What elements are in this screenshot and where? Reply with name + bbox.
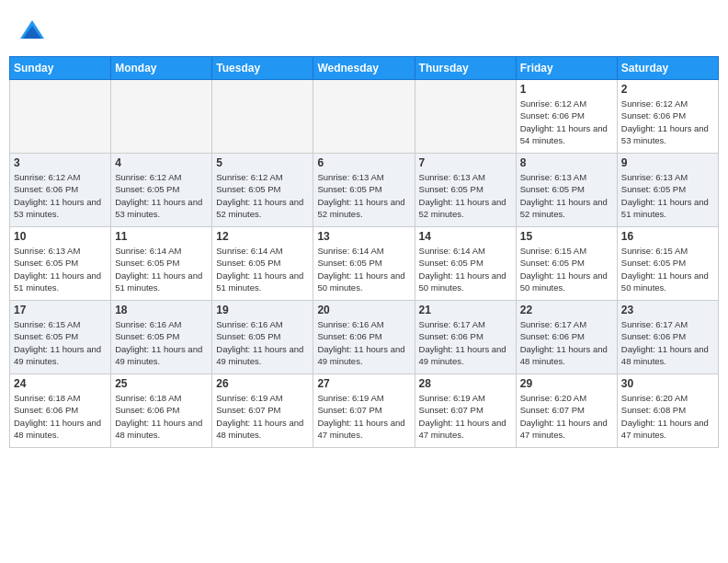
day-info: Sunrise: 6:13 AMSunset: 6:05 PMDaylight:… xyxy=(14,245,107,293)
calendar-day-cell: 22Sunrise: 6:17 AMSunset: 6:06 PMDayligh… xyxy=(516,301,617,374)
day-info: Sunrise: 6:14 AMSunset: 6:05 PMDaylight:… xyxy=(115,245,208,293)
calendar-day-header: Thursday xyxy=(415,57,516,80)
day-number: 14 xyxy=(419,230,512,243)
day-number: 22 xyxy=(520,304,613,316)
calendar-day-cell: 5Sunrise: 6:12 AMSunset: 6:05 PMDaylight… xyxy=(212,154,313,227)
day-info: Sunrise: 6:12 AMSunset: 6:05 PMDaylight:… xyxy=(115,171,208,220)
day-number: 13 xyxy=(317,230,410,243)
day-number: 6 xyxy=(317,156,410,169)
calendar-day-cell: 13Sunrise: 6:14 AMSunset: 6:05 PMDayligh… xyxy=(313,227,415,301)
day-number: 21 xyxy=(419,304,512,316)
day-number: 9 xyxy=(621,156,714,169)
calendar-day-cell: 29Sunrise: 6:20 AMSunset: 6:07 PMDayligh… xyxy=(516,374,617,448)
day-number: 20 xyxy=(317,304,410,316)
calendar-day-cell: 23Sunrise: 6:17 AMSunset: 6:06 PMDayligh… xyxy=(617,301,718,374)
day-number: 8 xyxy=(520,156,613,169)
calendar-day-cell: 8Sunrise: 6:13 AMSunset: 6:05 PMDaylight… xyxy=(516,154,617,227)
day-info: Sunrise: 6:18 AMSunset: 6:06 PMDaylight:… xyxy=(115,392,208,441)
day-number: 4 xyxy=(115,156,208,169)
calendar-day-cell: 30Sunrise: 6:20 AMSunset: 6:08 PMDayligh… xyxy=(617,374,718,448)
day-info: Sunrise: 6:13 AMSunset: 6:05 PMDaylight:… xyxy=(419,171,512,220)
day-info: Sunrise: 6:16 AMSunset: 6:05 PMDaylight:… xyxy=(216,318,309,367)
calendar-day-header: Tuesday xyxy=(212,57,313,80)
calendar-week-row: 10Sunrise: 6:13 AMSunset: 6:05 PMDayligh… xyxy=(10,227,719,301)
day-info: Sunrise: 6:16 AMSunset: 6:05 PMDaylight:… xyxy=(115,318,208,367)
calendar-day-cell: 20Sunrise: 6:16 AMSunset: 6:06 PMDayligh… xyxy=(313,301,415,374)
calendar-day-cell: 19Sunrise: 6:16 AMSunset: 6:05 PMDayligh… xyxy=(212,301,313,374)
logo xyxy=(18,18,50,46)
day-number: 18 xyxy=(115,304,208,316)
calendar-day-cell: 9Sunrise: 6:13 AMSunset: 6:05 PMDaylight… xyxy=(617,154,718,227)
day-info: Sunrise: 6:18 AMSunset: 6:06 PMDaylight:… xyxy=(14,392,107,441)
day-info: Sunrise: 6:20 AMSunset: 6:08 PMDaylight:… xyxy=(621,392,714,441)
day-number: 10 xyxy=(14,230,107,243)
calendar-day-cell xyxy=(313,80,415,154)
day-info: Sunrise: 6:13 AMSunset: 6:05 PMDaylight:… xyxy=(520,171,613,220)
day-info: Sunrise: 6:14 AMSunset: 6:05 PMDaylight:… xyxy=(216,245,309,293)
day-info: Sunrise: 6:20 AMSunset: 6:07 PMDaylight:… xyxy=(520,392,613,441)
day-info: Sunrise: 6:12 AMSunset: 6:06 PMDaylight:… xyxy=(520,98,613,146)
calendar-week-row: 3Sunrise: 6:12 AMSunset: 6:06 PMDaylight… xyxy=(10,154,719,227)
day-number: 11 xyxy=(115,230,208,243)
calendar-day-header: Monday xyxy=(111,57,212,80)
day-number: 7 xyxy=(419,156,512,169)
calendar-day-cell: 16Sunrise: 6:15 AMSunset: 6:05 PMDayligh… xyxy=(617,227,718,301)
calendar-day-cell: 1Sunrise: 6:12 AMSunset: 6:06 PMDaylight… xyxy=(516,80,617,154)
day-number: 24 xyxy=(14,377,107,390)
calendar-day-header: Saturday xyxy=(617,57,718,80)
calendar-day-cell: 21Sunrise: 6:17 AMSunset: 6:06 PMDayligh… xyxy=(415,301,516,374)
day-number: 23 xyxy=(621,304,714,316)
day-info: Sunrise: 6:17 AMSunset: 6:06 PMDaylight:… xyxy=(419,318,512,367)
calendar-day-cell: 10Sunrise: 6:13 AMSunset: 6:05 PMDayligh… xyxy=(10,227,111,301)
calendar-day-cell: 11Sunrise: 6:14 AMSunset: 6:05 PMDayligh… xyxy=(111,227,212,301)
day-info: Sunrise: 6:19 AMSunset: 6:07 PMDaylight:… xyxy=(419,392,512,441)
day-number: 28 xyxy=(419,377,512,390)
calendar-day-cell xyxy=(10,80,111,154)
calendar-day-cell: 3Sunrise: 6:12 AMSunset: 6:06 PMDaylight… xyxy=(10,154,111,227)
calendar-day-cell: 7Sunrise: 6:13 AMSunset: 6:05 PMDaylight… xyxy=(415,154,516,227)
calendar-day-header: Wednesday xyxy=(313,57,415,80)
day-number: 27 xyxy=(317,377,410,390)
day-number: 2 xyxy=(621,83,714,96)
day-info: Sunrise: 6:12 AMSunset: 6:06 PMDaylight:… xyxy=(14,171,107,220)
calendar-day-cell: 2Sunrise: 6:12 AMSunset: 6:06 PMDaylight… xyxy=(617,80,718,154)
day-number: 12 xyxy=(216,230,309,243)
day-info: Sunrise: 6:17 AMSunset: 6:06 PMDaylight:… xyxy=(520,318,613,367)
day-number: 26 xyxy=(216,377,309,390)
day-number: 1 xyxy=(520,83,613,96)
day-info: Sunrise: 6:19 AMSunset: 6:07 PMDaylight:… xyxy=(317,392,410,441)
calendar-week-row: 24Sunrise: 6:18 AMSunset: 6:06 PMDayligh… xyxy=(10,374,719,448)
logo-icon xyxy=(18,18,46,46)
calendar-day-cell: 26Sunrise: 6:19 AMSunset: 6:07 PMDayligh… xyxy=(212,374,313,448)
day-number: 29 xyxy=(520,377,613,390)
calendar-header-row: SundayMondayTuesdayWednesdayThursdayFrid… xyxy=(10,57,719,80)
day-info: Sunrise: 6:17 AMSunset: 6:06 PMDaylight:… xyxy=(621,318,714,367)
calendar-week-row: 17Sunrise: 6:15 AMSunset: 6:05 PMDayligh… xyxy=(10,301,719,374)
page-header xyxy=(9,9,719,51)
day-number: 5 xyxy=(216,156,309,169)
day-number: 16 xyxy=(621,230,714,243)
day-info: Sunrise: 6:16 AMSunset: 6:06 PMDaylight:… xyxy=(317,318,410,367)
calendar-day-cell xyxy=(212,80,313,154)
calendar-day-cell: 25Sunrise: 6:18 AMSunset: 6:06 PMDayligh… xyxy=(111,374,212,448)
day-number: 25 xyxy=(115,377,208,390)
calendar-day-cell: 4Sunrise: 6:12 AMSunset: 6:05 PMDaylight… xyxy=(111,154,212,227)
day-info: Sunrise: 6:15 AMSunset: 6:05 PMDaylight:… xyxy=(621,245,714,293)
day-info: Sunrise: 6:12 AMSunset: 6:05 PMDaylight:… xyxy=(216,171,309,220)
calendar-day-cell: 27Sunrise: 6:19 AMSunset: 6:07 PMDayligh… xyxy=(313,374,415,448)
calendar-day-header: Friday xyxy=(516,57,617,80)
calendar-day-cell xyxy=(111,80,212,154)
day-number: 3 xyxy=(14,156,107,169)
day-info: Sunrise: 6:14 AMSunset: 6:05 PMDaylight:… xyxy=(317,245,410,293)
calendar-day-cell: 24Sunrise: 6:18 AMSunset: 6:06 PMDayligh… xyxy=(10,374,111,448)
calendar-day-cell: 14Sunrise: 6:14 AMSunset: 6:05 PMDayligh… xyxy=(415,227,516,301)
calendar-day-cell: 17Sunrise: 6:15 AMSunset: 6:05 PMDayligh… xyxy=(10,301,111,374)
calendar-day-cell: 6Sunrise: 6:13 AMSunset: 6:05 PMDaylight… xyxy=(313,154,415,227)
day-number: 15 xyxy=(520,230,613,243)
calendar: SundayMondayTuesdayWednesdayThursdayFrid… xyxy=(9,56,719,448)
day-number: 30 xyxy=(621,377,714,390)
calendar-day-cell: 12Sunrise: 6:14 AMSunset: 6:05 PMDayligh… xyxy=(212,227,313,301)
day-info: Sunrise: 6:15 AMSunset: 6:05 PMDaylight:… xyxy=(14,318,107,367)
calendar-week-row: 1Sunrise: 6:12 AMSunset: 6:06 PMDaylight… xyxy=(10,80,719,154)
calendar-day-cell: 18Sunrise: 6:16 AMSunset: 6:05 PMDayligh… xyxy=(111,301,212,374)
